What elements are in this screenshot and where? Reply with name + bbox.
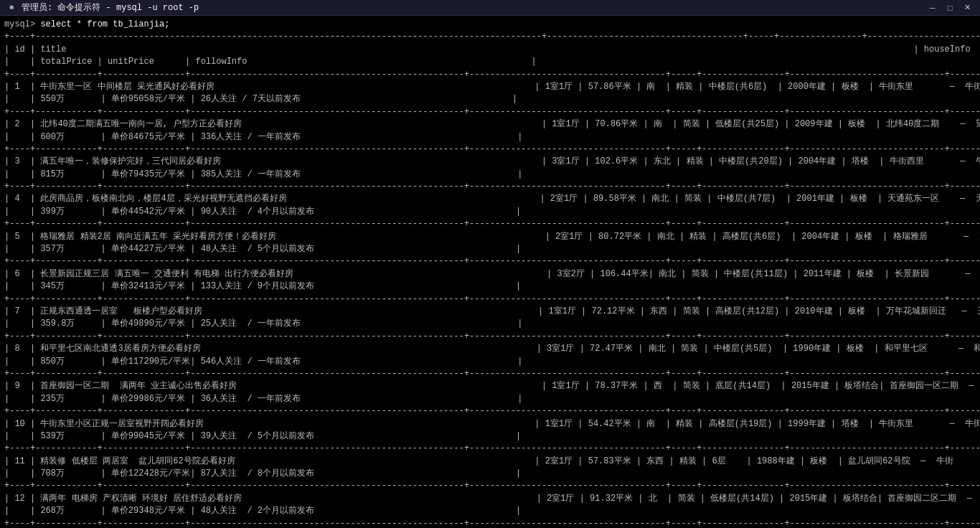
row-separator: +----+------------+----------------+----… [4, 218, 976, 230]
row-separator: +----+------------+----------------+----… [4, 293, 976, 306]
row-separator: +----+------------+----------------+----… [4, 518, 976, 528]
table-row: | 9 | 首座御园一区二期 满两年 业主诚心出售必看好房 | 1室1厅 | 7… [4, 380, 976, 392]
table-row: | 1 | 牛街东里一区 中间楼层 采光通风好必看好房 | 1室1厅 | 57.… [4, 81, 976, 93]
table-row: | 11 | 精装修 低楼层 两居室 盆儿胡同62号院必看好房 | 2室1厅 |… [4, 456, 976, 468]
table-row: | | 345万 | 单价32413元/平米 | 133人关注 / 9个月以前发… [4, 280, 976, 293]
table-row: | | 539万 | 单价99045元/平米 | 39人关注 / 5个月以前发布… [4, 430, 976, 443]
terminal-icon: ■ [6, 2, 17, 14]
table-row: | | 357万 | 单价44227元/平米 | 48人关注 / 5个月以前发布… [4, 243, 976, 255]
table-row: | 8 | 和平里七区南北通透3居看房方便必看好房 | 3室1厅 | 72.47… [4, 343, 976, 355]
prompt-line: mysql> select * from tb_lianjia; [4, 19, 976, 31]
row-separator: +----+------------+----------------+----… [4, 331, 976, 343]
separator-top: +----+----------------------------------… [4, 31, 976, 43]
titlebar-title: 管理员: 命令提示符 - mysql -u root -p [22, 1, 199, 14]
table-row: | | 600万 | 单价84675元/平米 | 336人关注 / 一年前发布 … [4, 131, 976, 143]
table-row: | 12 | 满两年 电梯房 产权清晰 环境好 居住舒适必看好房 | 2室1厅 … [4, 493, 976, 505]
table-row: | | 399万 | 单价44542元/平米 | 90人关注 / 4个月以前发布… [4, 206, 976, 218]
titlebar-controls[interactable]: ─ □ ✕ [925, 2, 974, 14]
titlebar-left: ■ 管理员: 命令提示符 - mysql -u root -p [6, 1, 199, 14]
table-row: | 2 | 北纬40度二期满五唯一南向一居, 户型方正必看好房 | 1室1厅 |… [4, 118, 976, 131]
header-row-1: | id | title | houseInfo [4, 44, 976, 56]
table-row: | 5 | 格瑞雅居 精装2居 南向近满五年 采光好看房方便！必看好房 | 2室… [4, 231, 976, 243]
titlebar: ■ 管理员: 命令提示符 - mysql -u root -p ─ □ ✕ [0, 0, 980, 16]
table-row: | | 550万 | 单价95058元/平米 | 26人关注 / 7天以前发布 … [4, 93, 976, 105]
table-row: | | 708万 | 单价122428元/平米| 87人关注 / 8个月以前发布… [4, 468, 976, 480]
header-row-2: | | totalPrice | unitPrice | followInfo … [4, 56, 976, 68]
row-separator: +----+------------+----------------+----… [4, 143, 976, 156]
row-separator: +----+------------+----------------+----… [4, 106, 976, 118]
table-row: | 10 | 牛街东里小区正规一居室视野开阔必看好房 | 1室1厅 | 54.4… [4, 418, 976, 430]
row-separator: +----+------------+----------------+----… [4, 443, 976, 455]
table-row: | | 815万 | 单价79435元/平米 | 385人关注 / 一年前发布 … [4, 169, 976, 181]
table-row: | | 268万 | 单价29348元/平米 | 48人关注 / 2个月以前发布… [4, 505, 976, 517]
table-row: | 4 | 此房商品房，板楼南北向，楼层4层，采光好视野无遮挡必看好房 | 2室… [4, 193, 976, 205]
row-separator: +----+------------+----------------+----… [4, 480, 976, 492]
separator-mid: +----+------------+----------------+----… [4, 69, 976, 81]
table-row: | | 850万 | 单价117290元/平米| 546人关注 / 一年前发布 … [4, 356, 976, 368]
table-row: | 3 | 满五年唯一，装修保护完好，三代同居必看好房 | 3室1厅 | 102… [4, 156, 976, 168]
table-row: | 7 | 正规东西通透一居室 板楼户型必看好房 | 1室1厅 | 72.12平… [4, 306, 976, 318]
row-separator: +----+------------+----------------+----… [4, 368, 976, 380]
terminal-window: mysql> select * from tb_lianjia;+----+--… [0, 16, 980, 528]
row-separator: +----+------------+----------------+----… [4, 181, 976, 193]
row-separator: +----+------------+----------------+----… [4, 255, 976, 268]
table-row: | 6 | 长景新园正规三居 满五唯一 交通便利 有电梯 出行方便必看好房 | … [4, 268, 976, 280]
maximize-button[interactable]: □ [943, 2, 957, 14]
table-row: | | 359.8万 | 单价49890元/平米 | 25人关注 / 一年前发布… [4, 318, 976, 330]
close-button[interactable]: ✕ [960, 2, 974, 14]
table-row: | | 235万 | 单价29986元/平米 | 36人关注 / 一年前发布 | [4, 393, 976, 405]
row-separator: +----+------------+----------------+----… [4, 405, 976, 418]
minimize-button[interactable]: ─ [925, 2, 940, 14]
